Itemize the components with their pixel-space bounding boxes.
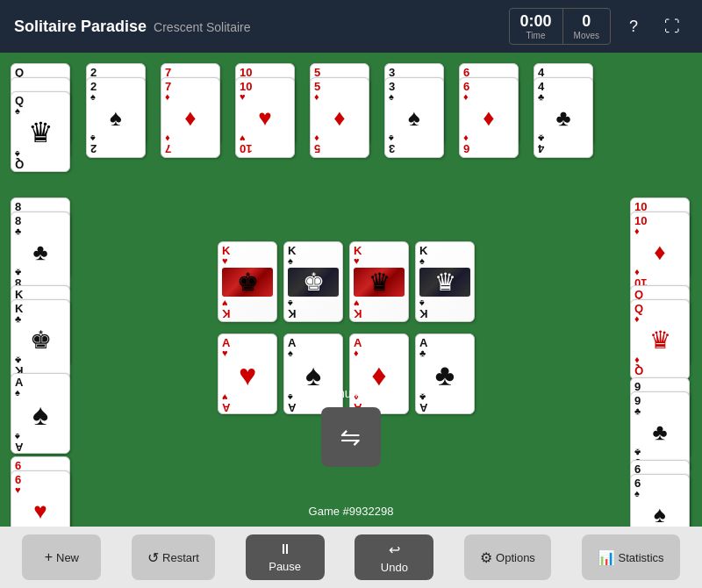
undo-button[interactable]: ↩ Undo — [355, 534, 433, 580]
pause-button[interactable]: ⏸ Pause — [246, 534, 325, 580]
moves-label: Moves — [574, 31, 599, 40]
card-3b[interactable]: 3♠ ♠ 3♠ — [384, 77, 444, 158]
help-icon: ? — [629, 18, 638, 36]
reshuffle-label: Reshuffle (3) — [316, 386, 386, 400]
app-title: Solitaire Paradise — [14, 18, 147, 36]
pause-label: Pause — [269, 560, 301, 573]
card-5b[interactable]: 5♦ ♦ 5♦ — [310, 77, 369, 158]
new-button[interactable]: + New — [22, 534, 101, 580]
reshuffle-icon: ⇌ — [341, 423, 362, 452]
game-number: Game #9932298 — [309, 505, 394, 518]
header-controls: 0:00 Time 0 Moves ? ⛶ — [509, 8, 688, 45]
timer-box: 0:00 Time 0 Moves — [509, 8, 611, 45]
reshuffle-area: Reshuffle (3) ⇌ — [316, 386, 386, 467]
game-subtitle: Crescent Solitaire — [154, 20, 251, 34]
card-7b[interactable]: 7♦ ♦ 7♦ — [161, 77, 220, 158]
timer-label: Time — [526, 31, 546, 40]
card-kb[interactable]: K♣ ♚ K♣ — [11, 299, 70, 380]
help-button[interactable]: ? — [618, 11, 649, 42]
card-6sb[interactable]: 6♠ ♠ 6♠ — [630, 474, 690, 527]
statistics-label: Statistics — [619, 551, 664, 564]
card-10b[interactable]: 10♥ ♥ 10♥ — [235, 77, 295, 158]
card-king-spades-2[interactable]: K♠ ♛ K♠ — [415, 241, 475, 322]
card-qdb[interactable]: Q♦ ♛ Q♦ — [630, 299, 690, 380]
card-6b[interactable]: 6♦ ♦ 6♦ — [459, 77, 519, 158]
moves-value: 0 — [582, 12, 591, 31]
timer-value: 0:00 — [520, 12, 552, 31]
card-ace-spades[interactable]: A♠ ♠ A♠ — [11, 373, 70, 454]
statistics-button[interactable]: 📊 Statistics — [582, 534, 680, 580]
header-title: Solitaire Paradise Crescent Solitaire — [14, 18, 509, 36]
card-4b[interactable]: 4♣ ♣ 4♣ — [534, 77, 593, 158]
card-10db[interactable]: 10♦ ♦ 10♦ — [630, 212, 690, 292]
pause-icon: ⏸ — [278, 541, 292, 557]
card-6hb[interactable]: 6♥ ♥ 6♥ — [11, 470, 70, 527]
options-label: Options — [496, 551, 535, 564]
card-king-spades-1[interactable]: K♠ ♚ K♠ — [283, 241, 343, 322]
reshuffle-button[interactable]: ⇌ — [321, 407, 381, 467]
card-king-hearts-2[interactable]: K♥ ♛ K♥ — [349, 241, 409, 322]
header: Solitaire Paradise Crescent Solitaire 0:… — [0, 0, 702, 53]
moves-section: 0 Moves — [562, 9, 610, 44]
new-icon: + — [45, 549, 53, 565]
app-container: Solitaire Paradise Crescent Solitaire 0:… — [0, 0, 702, 588]
fullscreen-button[interactable]: ⛶ — [656, 11, 688, 42]
card-2b[interactable]: 2♠ ♠ 2♠ — [86, 77, 146, 158]
statistics-icon: 📊 — [598, 549, 615, 566]
timer-section: 0:00 Time — [510, 9, 562, 44]
undo-icon: ↩ — [389, 541, 400, 558]
card-ace-clubs[interactable]: A♣ ♣ A♣ — [415, 333, 475, 414]
game-area: Q♠ ♠ Q♠ Q♠ ♛ Q♠ 2♠ ♠ 2♠ 2♠ ♠ 2♠ 7♦ ♦ 7♦ — [0, 53, 702, 527]
card-8b[interactable]: 8♣ ♣ 8♣ — [11, 212, 70, 292]
fullscreen-icon: ⛶ — [664, 18, 680, 36]
card-ace-hearts[interactable]: A♥ ♥ A♥ — [218, 333, 277, 414]
options-icon: ⚙ — [480, 549, 492, 566]
options-button[interactable]: ⚙ Options — [464, 534, 551, 580]
restart-icon: ↺ — [147, 549, 159, 566]
card-king-hearts-1[interactable]: K♥ ♚ K♥ — [218, 241, 277, 322]
card-q-face[interactable]: Q♠ ♛ Q♠ — [11, 91, 70, 172]
undo-label: Undo — [381, 561, 408, 574]
toolbar: + New ↺ Restart ⏸ Pause ↩ Undo ⚙ Options — [0, 527, 702, 588]
new-label: New — [56, 551, 79, 564]
restart-button[interactable]: ↺ Restart — [132, 534, 215, 580]
restart-label: Restart — [162, 551, 199, 564]
